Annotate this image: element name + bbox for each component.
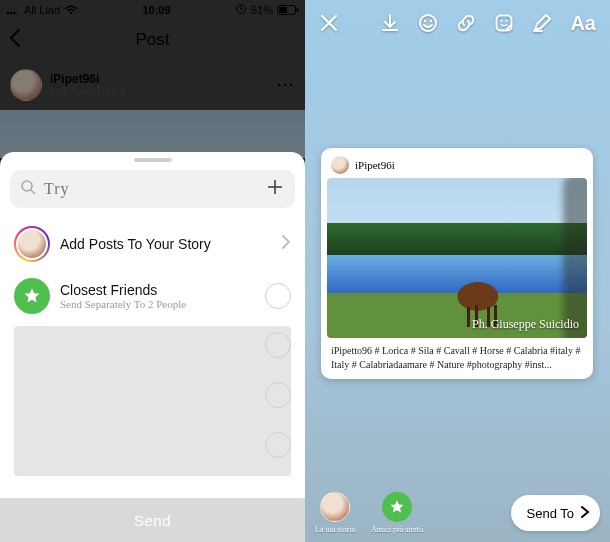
feed-username[interactable]: iPipet96i	[50, 72, 125, 86]
svg-point-18	[424, 20, 426, 22]
back-button[interactable]	[8, 28, 22, 53]
svg-rect-20	[497, 16, 512, 31]
add-to-story-label: Add Posts To Your Story	[60, 236, 211, 252]
card-photo: Ph. Giuseppe Suicidio	[327, 178, 587, 338]
add-to-story-row[interactable]: Add Posts To Your Story	[0, 218, 305, 270]
shared-post-card[interactable]: iPipet96i Ph. Giuseppe Suicidio iPipetto…	[321, 148, 593, 379]
radio-unchecked[interactable]	[265, 332, 291, 358]
svg-rect-7	[279, 7, 287, 13]
download-icon[interactable]	[380, 13, 400, 33]
card-caption: iPipetto96 # Lorica # Sila # Cavall # Ho…	[327, 338, 587, 371]
send-button[interactable]: Send	[0, 498, 305, 542]
story-editor-screen: Aa iPipet96i Ph. Giuseppe Suicidio iPipe…	[305, 0, 610, 542]
link-icon[interactable]	[456, 13, 476, 33]
avatar	[16, 228, 48, 260]
draw-icon[interactable]	[532, 13, 552, 33]
svg-line-10	[31, 190, 35, 194]
feed-location[interactable]: Lalp Arvo, Lorica	[50, 86, 125, 98]
share-sheet-screen: All Liad 10:09 51% Post iPipet96i La	[0, 0, 305, 542]
svg-point-3	[16, 12, 19, 15]
story-bottom-bar: La tua storia Amici più stretti Send To	[305, 492, 610, 534]
star-icon	[382, 492, 412, 522]
your-story-button[interactable]: La tua storia	[315, 492, 355, 534]
close-friends-sublabel: Send Separately To 2 People	[60, 298, 186, 310]
svg-point-1	[10, 12, 13, 15]
text-tool[interactable]: Aa	[570, 12, 596, 35]
svg-point-22	[506, 20, 508, 22]
clock: 10:09	[142, 4, 170, 16]
share-sheet: Add Posts To Your Story Closest Friends …	[0, 152, 305, 542]
search-icon	[20, 179, 36, 199]
avatar[interactable]	[10, 69, 42, 101]
your-story-label: La tua storia	[315, 525, 355, 534]
close-icon[interactable]	[319, 13, 339, 33]
wifi-icon	[64, 5, 78, 15]
send-to-button[interactable]: Send To	[511, 495, 600, 531]
card-header: iPipet96i	[327, 154, 587, 178]
story-toolbar: Aa	[305, 0, 610, 46]
svg-point-21	[501, 20, 503, 22]
carrier-label: All Liad	[24, 4, 60, 16]
create-group-button[interactable]	[265, 177, 285, 201]
close-friends-label: Closest Friends	[60, 282, 186, 298]
face-filter-icon[interactable]	[418, 13, 438, 33]
svg-point-17	[420, 15, 436, 31]
card-username: iPipet96i	[355, 159, 395, 171]
chevron-right-icon	[580, 505, 590, 522]
svg-point-4	[70, 12, 73, 15]
recipient-placeholder-card[interactable]	[14, 326, 291, 476]
close-friends-button[interactable]: Amici più stretti	[371, 492, 423, 534]
send-to-label: Send To	[527, 506, 574, 521]
page-title: Post	[135, 30, 169, 50]
chevron-right-icon	[281, 234, 291, 254]
foreground-blur	[563, 178, 587, 338]
status-bar: All Liad 10:09 51%	[0, 0, 305, 20]
send-label: Send	[134, 512, 171, 529]
battery-icon	[277, 5, 299, 15]
radio-unchecked[interactable]	[265, 283, 291, 309]
svg-point-2	[13, 12, 16, 15]
sheet-grabber[interactable]	[134, 158, 172, 162]
svg-point-19	[430, 20, 432, 22]
search-field[interactable]	[10, 170, 295, 208]
search-input[interactable]	[44, 180, 257, 198]
radio-unchecked[interactable]	[265, 382, 291, 408]
avatar	[320, 492, 350, 522]
star-icon	[14, 278, 50, 314]
radio-unchecked[interactable]	[265, 432, 291, 458]
avatar	[331, 156, 349, 174]
close-friends-row[interactable]: Closest Friends Send Separately To 2 Peo…	[0, 270, 305, 322]
svg-point-9	[22, 181, 32, 191]
svg-rect-8	[297, 8, 299, 12]
more-options-button[interactable]: ···	[277, 77, 295, 93]
battery-percent: 51%	[251, 4, 273, 16]
story-avatar-ring	[14, 226, 50, 262]
svg-point-0	[7, 12, 10, 15]
nav-bar: Post	[0, 20, 305, 60]
close-friends-label: Amici più stretti	[371, 525, 423, 534]
sticker-icon[interactable]	[494, 13, 514, 33]
feed-post-header: iPipet96i Lalp Arvo, Lorica ···	[0, 60, 305, 110]
photo-signature: Ph. Giuseppe Suicidio	[472, 317, 579, 332]
rotation-lock-icon	[235, 3, 247, 17]
signal-icon	[6, 5, 20, 15]
